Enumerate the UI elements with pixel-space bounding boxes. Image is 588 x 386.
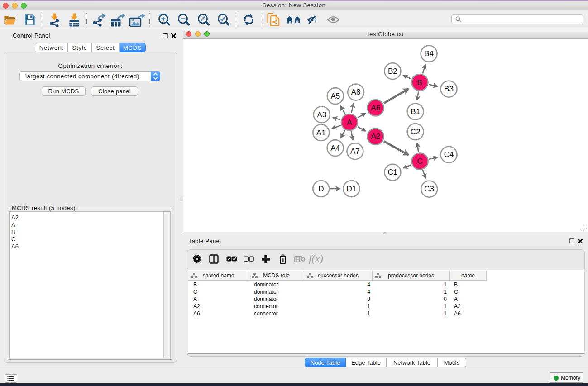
svg-text:D: D xyxy=(318,185,324,193)
svg-text:A4: A4 xyxy=(330,144,340,152)
svg-text:C1: C1 xyxy=(388,168,398,176)
svg-text:B3: B3 xyxy=(444,85,454,93)
svg-text:A2: A2 xyxy=(371,132,380,141)
svg-text:A3: A3 xyxy=(317,110,326,119)
svg-text:A1: A1 xyxy=(316,129,326,137)
svg-text:B: B xyxy=(417,78,422,87)
svg-text:C4: C4 xyxy=(444,150,454,159)
svg-text:B1: B1 xyxy=(411,107,420,116)
svg-text:C3: C3 xyxy=(424,185,434,193)
svg-text:A8: A8 xyxy=(351,88,361,96)
svg-text:A7: A7 xyxy=(350,147,360,156)
svg-text:A5: A5 xyxy=(330,92,340,100)
svg-text:B4: B4 xyxy=(424,49,434,58)
svg-text:C2: C2 xyxy=(411,128,421,136)
svg-text:A6: A6 xyxy=(371,104,380,112)
svg-text:A: A xyxy=(347,118,352,127)
svg-text:B2: B2 xyxy=(388,67,397,76)
svg-text:D1: D1 xyxy=(347,185,357,193)
svg-text:C: C xyxy=(417,157,422,166)
